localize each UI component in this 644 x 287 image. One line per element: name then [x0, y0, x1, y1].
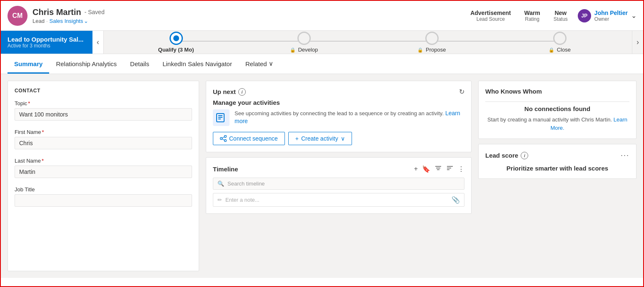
propose-circle	[425, 32, 439, 45]
saved-label: - Saved	[85, 9, 105, 15]
meta-status: New Status	[554, 10, 568, 22]
lastname-input[interactable]	[15, 166, 192, 178]
manage-body: See upcoming activities by connecting th…	[213, 109, 464, 126]
lead-score-info-icon[interactable]: i	[521, 152, 528, 159]
svg-line-7	[222, 137, 225, 138]
propose-lock-icon: 🔒	[417, 47, 423, 52]
stage-next-button[interactable]: ›	[632, 31, 643, 54]
stage-active-block: Lead to Opportunity Sal... Active for 3 …	[1, 31, 92, 54]
up-next-title: Up next i	[213, 88, 246, 96]
topic-label: Topic *	[15, 100, 192, 106]
develop-lock-icon: 🔒	[290, 47, 296, 52]
sequence-icon	[220, 135, 227, 142]
pencil-icon: ✏	[217, 197, 222, 203]
connect-sequence-button[interactable]: Connect sequence	[213, 132, 285, 145]
manage-title: Manage your activities	[213, 99, 464, 106]
rating-label: Rating	[524, 16, 540, 22]
tab-summary[interactable]: Summary	[7, 54, 49, 74]
contact-name: Chris Martin	[32, 7, 81, 17]
header-meta: Advertisement Lead Source Warm Rating Ne…	[470, 10, 568, 22]
status-label: Status	[554, 16, 568, 22]
stage-step-propose[interactable]: 🔒 Propose	[368, 32, 496, 53]
tab-linkedin[interactable]: LinkedIn Sales Navigator	[156, 54, 239, 74]
timeline-search-placeholder: Search timeline	[227, 181, 265, 187]
sales-insights-label: Sales Insights	[50, 18, 83, 24]
sort-icon	[446, 164, 454, 172]
timeline-card: Timeline + 🔖	[206, 157, 472, 214]
owner-info: John Peltier Owner	[594, 10, 628, 22]
timeline-actions: + 🔖	[414, 164, 464, 173]
lead-source-label: Lead Source	[470, 16, 511, 22]
owner-chevron-icon[interactable]: ⌄	[631, 12, 637, 20]
owner-avatar: JP	[578, 9, 591, 22]
timeline-title: Timeline	[213, 166, 238, 173]
lead-score-header: Lead score i ···	[485, 151, 629, 160]
contact-section-title: CONTACT	[15, 88, 192, 94]
firstname-field: First Name *	[15, 129, 192, 149]
lead-score-more-icon[interactable]: ···	[621, 151, 629, 160]
timeline-sort-icon[interactable]	[446, 164, 454, 173]
svg-line-8	[222, 139, 225, 140]
timeline-bookmark-icon[interactable]: 🔖	[422, 165, 430, 173]
filter-icon	[434, 164, 442, 172]
timeline-filter-icon[interactable]	[434, 164, 442, 173]
tab-details[interactable]: Details	[123, 54, 156, 74]
develop-label: 🔒 Develop	[290, 47, 318, 53]
tab-bar: Summary Relationship Analytics Details L…	[1, 54, 643, 74]
topic-field: Topic *	[15, 100, 192, 121]
no-connections-title: No connections found	[485, 105, 629, 112]
topic-input[interactable]	[15, 108, 192, 121]
owner-name[interactable]: John Peltier	[594, 10, 628, 16]
meta-lead-source: Advertisement Lead Source	[470, 10, 511, 22]
lead-score-card: Lead score i ··· Prioritize smarter with…	[478, 144, 637, 179]
main-content: CONTACT Topic * First Name * Last Name	[1, 74, 643, 278]
no-connections: No connections found Start by creating a…	[485, 105, 629, 132]
close-label: 🔒 Close	[549, 47, 571, 53]
manage-text-block: See upcoming activities by connecting th…	[235, 109, 464, 124]
tab-relationship-analytics[interactable]: Relationship Analytics	[49, 54, 123, 74]
owner-label: Owner	[594, 16, 628, 22]
header-title-block: Chris Martin - Saved Lead · Sales Insigh…	[32, 7, 470, 24]
sales-insights-link[interactable]: Sales Insights ⌄	[50, 18, 89, 24]
status-value: New	[554, 10, 568, 16]
header-name: Chris Martin - Saved	[32, 7, 470, 17]
develop-circle	[297, 32, 311, 45]
stage-step-qualify[interactable]: Qualify (3 Mo)	[112, 32, 240, 53]
firstname-input[interactable]	[15, 137, 192, 149]
divider	[485, 101, 629, 102]
stage-step-close[interactable]: 🔒 Close	[496, 32, 624, 53]
sales-insights-chevron: ⌄	[84, 18, 88, 24]
tab-related[interactable]: Related ∨	[239, 54, 280, 74]
app-shell: CM Chris Martin - Saved Lead · Sales Ins…	[0, 0, 644, 287]
timeline-search-bar[interactable]: 🔍 Search timeline	[213, 178, 464, 190]
timeline-note-input[interactable]: ✏ Enter a note... 📎	[213, 193, 464, 207]
jobtitle-label: Job Title	[15, 186, 192, 193]
create-activity-button[interactable]: + Create activity ∨	[288, 132, 352, 145]
svg-point-5	[225, 136, 227, 138]
qualify-label: Qualify (3 Mo)	[158, 47, 194, 53]
refresh-icon[interactable]: ↻	[459, 88, 464, 96]
center-panel: Up next i ↻ Manage your activities	[206, 81, 472, 271]
stage-bar: Lead to Opportunity Sal... Active for 3 …	[1, 31, 643, 54]
up-next-info-icon[interactable]: i	[238, 88, 246, 96]
timeline-more-icon[interactable]: ⋮	[458, 165, 464, 173]
lead-score-title: Lead score i	[485, 152, 528, 159]
meta-rating: Warm Rating	[524, 10, 540, 22]
rating-value: Warm	[524, 10, 540, 16]
stage-step-develop[interactable]: 🔒 Develop	[240, 32, 368, 53]
lastname-required: *	[42, 158, 44, 164]
timeline-add-icon[interactable]: +	[414, 165, 418, 173]
clip-icon: 📎	[452, 196, 460, 204]
stage-active-sub: Active for 3 months	[7, 43, 86, 49]
create-activity-chevron-icon: ∨	[341, 135, 345, 142]
who-knows-title: Who Knows Whom	[485, 88, 629, 95]
timeline-header: Timeline + 🔖	[213, 164, 464, 173]
up-next-header: Up next i ↻	[213, 88, 464, 96]
stage-prev-button[interactable]: ‹	[92, 31, 104, 54]
jobtitle-input[interactable]	[15, 194, 192, 207]
svg-point-4	[220, 138, 222, 140]
avatar: CM	[7, 6, 27, 26]
right-panel: Who Knows Whom No connections found Star…	[478, 81, 637, 271]
owner-block: JP John Peltier Owner ⌄	[578, 9, 637, 22]
close-lock-icon: 🔒	[549, 47, 554, 52]
